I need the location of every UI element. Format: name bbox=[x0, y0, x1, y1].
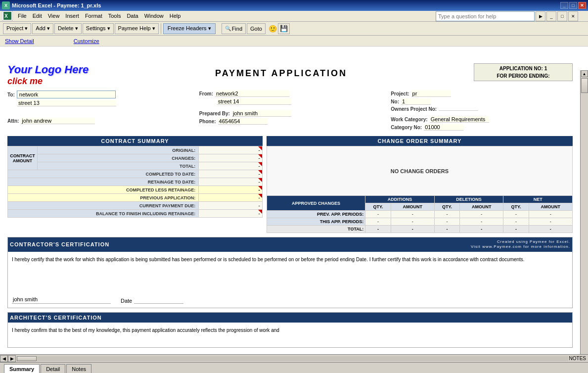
minimize-btn[interactable]: _ bbox=[560, 2, 568, 9]
menu-tools[interactable]: Tools bbox=[105, 12, 124, 20]
pa-header: Your Logo Here click me PAYMENT APPLICAT… bbox=[7, 63, 573, 87]
to-section: To: street 13 Attn: john andrew bbox=[7, 91, 189, 132]
logo-area[interactable]: Your Logo Here click me bbox=[7, 63, 89, 87]
this-amt3: - bbox=[529, 218, 572, 226]
horizontal-scrollbar[interactable]: ◀ ▶ NOTES bbox=[0, 354, 588, 362]
cert-sig-field: john smith bbox=[12, 295, 111, 304]
sheet-tabs: Summary Detail Notes bbox=[0, 362, 588, 373]
original-label: ORIGINAL: bbox=[38, 146, 199, 154]
contractor-cert-body: I hereby certify that the work for which… bbox=[8, 252, 572, 277]
add-btn[interactable]: Add ▾ bbox=[32, 23, 53, 34]
to-street: street 13 bbox=[17, 100, 116, 106]
add-amount-header: AMOUNT bbox=[391, 203, 434, 211]
completed-less-retainage-value: - bbox=[199, 186, 263, 194]
deletions-header: DELETIONS bbox=[434, 196, 503, 203]
approved-changes-header: APPROVED CHANGES bbox=[267, 196, 365, 211]
customize-link[interactable]: Customize bbox=[74, 38, 99, 44]
prepared-by-value: john smith bbox=[232, 110, 291, 117]
app-no-label: APPLICATION NO: bbox=[499, 66, 543, 71]
goto-btn[interactable]: Goto bbox=[247, 23, 266, 34]
to-input[interactable] bbox=[17, 91, 116, 98]
scroll-thumb[interactable] bbox=[581, 78, 588, 93]
previous-application-label: PREVIOUS APPLICATION: bbox=[8, 194, 199, 202]
menu-format[interactable]: Format bbox=[82, 12, 105, 20]
help-restore-btn[interactable]: □ bbox=[557, 11, 567, 21]
menu-edit[interactable]: Edit bbox=[30, 12, 45, 20]
menu-view[interactable]: View bbox=[45, 12, 63, 20]
cert-sig-row: john smith Date bbox=[8, 291, 572, 308]
smiley-icon: 🙂 bbox=[269, 25, 277, 33]
delete-btn[interactable]: Delete ▾ bbox=[54, 23, 82, 34]
scroll-left-btn[interactable]: ◀ bbox=[0, 355, 8, 362]
this-qty1: - bbox=[365, 218, 391, 226]
work-category-value: General Requirements bbox=[430, 116, 489, 123]
save-icon-btn[interactable]: 💾 bbox=[278, 23, 290, 34]
page-title: PAYMENT APPLICATION bbox=[89, 63, 474, 79]
vertical-scrollbar[interactable]: ▲ bbox=[580, 70, 588, 362]
help-minimize-btn[interactable]: _ bbox=[546, 11, 556, 21]
close-btn[interactable]: ✕ bbox=[578, 2, 586, 9]
menu-insert[interactable]: Insert bbox=[62, 12, 82, 20]
tot-qty2: - bbox=[434, 226, 459, 233]
from-label: From: bbox=[199, 91, 213, 96]
this-amt1: - bbox=[391, 218, 434, 226]
current-payment-due-value: - bbox=[199, 202, 263, 210]
menu-data[interactable]: Data bbox=[124, 12, 141, 20]
phone-value: 4654654 bbox=[218, 118, 268, 125]
scroll-right-btn[interactable]: ▶ bbox=[8, 355, 16, 362]
project-section: Project: pr No: 1 Owners Project No: Wor… bbox=[391, 91, 573, 132]
logo-text: Your Logo Here bbox=[7, 63, 89, 76]
owners-project-no-label: Owners Project No: bbox=[391, 106, 437, 112]
show-detail-link[interactable]: Show Detail bbox=[5, 38, 34, 44]
retainage-to-date-label: RETAINAGE TO DATE: bbox=[8, 178, 199, 186]
tot-amt1: - bbox=[391, 226, 434, 233]
tot-qty3: - bbox=[503, 226, 529, 233]
tab-summary[interactable]: Summary bbox=[4, 364, 40, 373]
project-btn[interactable]: Project ▾ bbox=[3, 23, 31, 34]
secondary-toolbar: Show Detail Customize bbox=[0, 36, 588, 47]
help-close-btn[interactable]: ✕ bbox=[568, 11, 578, 21]
to-label: To: bbox=[7, 92, 15, 97]
menu-help[interactable]: Help bbox=[167, 12, 184, 20]
scroll-up-btn[interactable]: ▲ bbox=[581, 70, 588, 77]
date-label: Date bbox=[121, 298, 132, 304]
total-label: TOTAL: bbox=[38, 162, 199, 170]
architect-cert-title: ARCHITECT'S CERTIFICATION bbox=[10, 315, 102, 321]
no-change-orders-area: NO CHANGE ORDERS bbox=[267, 146, 573, 195]
from-street: street 14 bbox=[217, 98, 291, 105]
prev-amt3: - bbox=[529, 211, 572, 218]
net-amount-header: AMOUNT bbox=[529, 203, 572, 211]
tab-notes[interactable]: Notes bbox=[66, 364, 91, 373]
toolbar: Project ▾ Add ▾ Delete ▾ Settings ▾ Paym… bbox=[0, 22, 588, 36]
form-fields: To: street 13 Attn: john andrew Fro bbox=[7, 91, 573, 132]
scroll-h-thumb[interactable] bbox=[17, 356, 37, 361]
menu-window[interactable]: Window bbox=[141, 12, 167, 20]
this-qty2: - bbox=[434, 218, 459, 226]
contractor-cert-title: CONTRACTOR'S CERTIFICATION bbox=[10, 241, 109, 247]
contract-summary-header: CONTRACT SUMMARY bbox=[7, 136, 263, 146]
menu-bar: X File Edit View Insert Format Tools Dat… bbox=[0, 11, 436, 22]
settings-btn[interactable]: Settings ▾ bbox=[83, 23, 114, 34]
add-qty-header: QTY. bbox=[365, 203, 391, 211]
help-search-btn[interactable]: ▶ bbox=[536, 11, 545, 21]
paymee-help-btn[interactable]: Paymee Help ▾ bbox=[115, 23, 159, 34]
architect-cert-header: ARCHITECT'S CERTIFICATION bbox=[8, 313, 572, 323]
co-bottom-table: APPROVED CHANGES ADDITIONS DELETIONS NET… bbox=[267, 195, 573, 233]
change-order-summary: CHANGE ORDER SUMMARY NO CHANGE ORDERS AP… bbox=[267, 136, 573, 233]
completed-less-retainage-label: COMPLETED LESS RETAINAGE: bbox=[8, 186, 199, 194]
tab-detail[interactable]: Detail bbox=[41, 364, 65, 373]
help-input[interactable] bbox=[436, 11, 535, 21]
find-btn[interactable]: 🔍 Find bbox=[222, 23, 246, 34]
balance-to-finish-label: BALANCE TO FINISH INCLUDING RETAINAGE: bbox=[8, 210, 199, 218]
work-category-label: Work Category: bbox=[391, 117, 427, 122]
freeze-headers-btn[interactable]: Freeze Headers ▾ bbox=[163, 23, 216, 34]
prev-amt2: - bbox=[460, 211, 503, 218]
restore-btn[interactable]: □ bbox=[569, 2, 577, 9]
no-label: No: bbox=[391, 99, 399, 104]
del-qty-header: QTY. bbox=[434, 203, 459, 211]
category-no-value: 01000 bbox=[424, 124, 463, 131]
menu-file[interactable]: File bbox=[15, 12, 30, 20]
title-bar: X Microsoft Excel - Paymee: 1_pr.xls _ □… bbox=[0, 0, 588, 11]
category-no-label: Category No: bbox=[391, 125, 422, 130]
contract-amount-label: CONTRACT AMOUNT bbox=[8, 146, 38, 170]
